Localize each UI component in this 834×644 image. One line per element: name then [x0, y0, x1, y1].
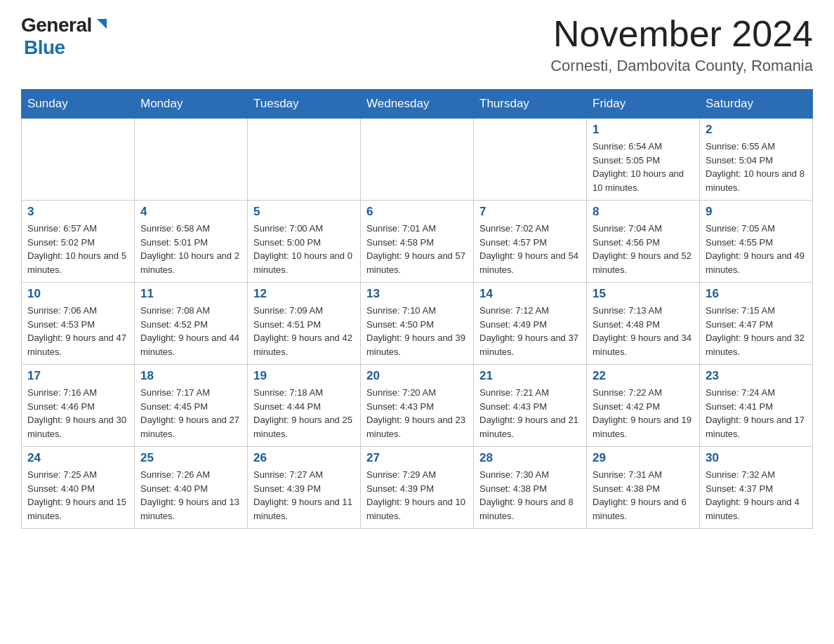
day-info: Sunrise: 7:20 AM Sunset: 4:43 PM Dayligh… [366, 386, 468, 441]
day-info: Sunrise: 7:01 AM Sunset: 4:58 PM Dayligh… [366, 222, 468, 276]
location-title: Cornesti, Dambovita County, Romania [550, 57, 813, 75]
calendar-cell: 17Sunrise: 7:16 AM Sunset: 4:46 PM Dayli… [22, 365, 135, 447]
header-row: SundayMondayTuesdayWednesdayThursdayFrid… [22, 90, 813, 119]
calendar-cell: 15Sunrise: 7:13 AM Sunset: 4:48 PM Dayli… [587, 283, 700, 365]
logo: General Blue [21, 14, 110, 59]
calendar-cell: 26Sunrise: 7:27 AM Sunset: 4:39 PM Dayli… [248, 447, 361, 529]
day-number: 30 [706, 451, 807, 465]
day-info: Sunrise: 7:21 AM Sunset: 4:43 PM Dayligh… [479, 386, 581, 441]
day-number: 27 [366, 451, 468, 465]
week-row: 1Sunrise: 6:54 AM Sunset: 5:05 PM Daylig… [22, 119, 813, 201]
week-row: 17Sunrise: 7:16 AM Sunset: 4:46 PM Dayli… [22, 365, 813, 447]
svg-marker-0 [97, 19, 107, 29]
day-number: 13 [366, 287, 468, 301]
week-row: 24Sunrise: 7:25 AM Sunset: 4:40 PM Dayli… [22, 447, 813, 529]
day-number: 16 [706, 287, 807, 301]
day-of-week-header: Thursday [474, 90, 587, 119]
calendar-cell: 20Sunrise: 7:20 AM Sunset: 4:43 PM Dayli… [361, 365, 474, 447]
day-number: 25 [140, 451, 241, 465]
calendar-cell: 2Sunrise: 6:55 AM Sunset: 5:04 PM Daylig… [700, 119, 813, 201]
day-number: 4 [140, 205, 241, 219]
day-number: 28 [479, 451, 581, 465]
calendar-cell [248, 119, 361, 201]
day-of-week-header: Friday [587, 90, 700, 119]
day-info: Sunrise: 7:26 AM Sunset: 4:40 PM Dayligh… [140, 468, 241, 523]
day-info: Sunrise: 7:13 AM Sunset: 4:48 PM Dayligh… [593, 304, 694, 358]
day-info: Sunrise: 7:16 AM Sunset: 4:46 PM Dayligh… [27, 386, 128, 441]
day-number: 5 [253, 205, 355, 219]
calendar-cell: 24Sunrise: 7:25 AM Sunset: 4:40 PM Dayli… [22, 447, 135, 529]
day-info: Sunrise: 7:08 AM Sunset: 4:52 PM Dayligh… [140, 304, 241, 358]
day-info: Sunrise: 7:18 AM Sunset: 4:44 PM Dayligh… [253, 386, 355, 441]
calendar-cell: 22Sunrise: 7:22 AM Sunset: 4:42 PM Dayli… [587, 365, 700, 447]
day-info: Sunrise: 7:27 AM Sunset: 4:39 PM Dayligh… [253, 468, 355, 523]
day-of-week-header: Monday [135, 90, 248, 119]
calendar-cell: 12Sunrise: 7:09 AM Sunset: 4:51 PM Dayli… [248, 283, 361, 365]
calendar-cell: 28Sunrise: 7:30 AM Sunset: 4:38 PM Dayli… [474, 447, 587, 529]
calendar-cell: 3Sunrise: 6:57 AM Sunset: 5:02 PM Daylig… [22, 201, 135, 283]
day-info: Sunrise: 7:15 AM Sunset: 4:47 PM Dayligh… [706, 304, 807, 358]
calendar-cell: 18Sunrise: 7:17 AM Sunset: 4:45 PM Dayli… [135, 365, 248, 447]
day-info: Sunrise: 7:32 AM Sunset: 4:37 PM Dayligh… [706, 468, 807, 523]
calendar-cell: 7Sunrise: 7:02 AM Sunset: 4:57 PM Daylig… [474, 201, 587, 283]
day-number: 8 [593, 205, 694, 219]
day-info: Sunrise: 7:02 AM Sunset: 4:57 PM Dayligh… [479, 222, 581, 276]
calendar-cell: 23Sunrise: 7:24 AM Sunset: 4:41 PM Dayli… [700, 365, 813, 447]
logo-general-text: General [21, 14, 92, 36]
calendar-cell [361, 119, 474, 201]
calendar-cell: 14Sunrise: 7:12 AM Sunset: 4:49 PM Dayli… [474, 283, 587, 365]
week-row: 10Sunrise: 7:06 AM Sunset: 4:53 PM Dayli… [22, 283, 813, 365]
calendar-cell: 27Sunrise: 7:29 AM Sunset: 4:39 PM Dayli… [361, 447, 474, 529]
day-info: Sunrise: 7:06 AM Sunset: 4:53 PM Dayligh… [27, 304, 128, 358]
calendar-cell: 4Sunrise: 6:58 AM Sunset: 5:01 PM Daylig… [135, 201, 248, 283]
day-info: Sunrise: 7:05 AM Sunset: 4:55 PM Dayligh… [706, 222, 807, 276]
week-row: 3Sunrise: 6:57 AM Sunset: 5:02 PM Daylig… [22, 201, 813, 283]
day-number: 24 [27, 451, 128, 465]
day-number: 11 [140, 287, 241, 301]
page-header: General Blue November 2024 Cornesti, Dam… [21, 14, 813, 75]
calendar-cell: 1Sunrise: 6:54 AM Sunset: 5:05 PM Daylig… [587, 119, 700, 201]
month-title: November 2024 [550, 14, 813, 54]
day-number: 23 [706, 369, 807, 383]
day-number: 14 [479, 287, 581, 301]
day-info: Sunrise: 7:29 AM Sunset: 4:39 PM Dayligh… [366, 468, 468, 523]
calendar-cell: 5Sunrise: 7:00 AM Sunset: 5:00 PM Daylig… [248, 201, 361, 283]
day-info: Sunrise: 6:58 AM Sunset: 5:01 PM Dayligh… [140, 222, 241, 276]
day-info: Sunrise: 7:31 AM Sunset: 4:38 PM Dayligh… [593, 468, 694, 523]
logo-icon [94, 16, 110, 32]
day-info: Sunrise: 6:54 AM Sunset: 5:05 PM Dayligh… [593, 140, 694, 194]
day-number: 12 [253, 287, 355, 301]
day-number: 9 [706, 205, 807, 219]
day-info: Sunrise: 7:10 AM Sunset: 4:50 PM Dayligh… [366, 304, 468, 358]
calendar-cell: 9Sunrise: 7:05 AM Sunset: 4:55 PM Daylig… [700, 201, 813, 283]
calendar-cell: 19Sunrise: 7:18 AM Sunset: 4:44 PM Dayli… [248, 365, 361, 447]
day-of-week-header: Saturday [700, 90, 813, 119]
calendar-cell: 11Sunrise: 7:08 AM Sunset: 4:52 PM Dayli… [135, 283, 248, 365]
calendar-table: SundayMondayTuesdayWednesdayThursdayFrid… [21, 89, 813, 529]
calendar-cell: 29Sunrise: 7:31 AM Sunset: 4:38 PM Dayli… [587, 447, 700, 529]
calendar-cell: 6Sunrise: 7:01 AM Sunset: 4:58 PM Daylig… [361, 201, 474, 283]
day-number: 20 [366, 369, 468, 383]
day-number: 19 [253, 369, 355, 383]
calendar-cell: 10Sunrise: 7:06 AM Sunset: 4:53 PM Dayli… [22, 283, 135, 365]
logo-blue-text: Blue [24, 36, 65, 59]
calendar-cell: 8Sunrise: 7:04 AM Sunset: 4:56 PM Daylig… [587, 201, 700, 283]
day-number: 22 [593, 369, 694, 383]
day-number: 17 [27, 369, 128, 383]
day-info: Sunrise: 6:57 AM Sunset: 5:02 PM Dayligh… [27, 222, 128, 276]
day-of-week-header: Tuesday [248, 90, 361, 119]
day-info: Sunrise: 6:55 AM Sunset: 5:04 PM Dayligh… [706, 140, 807, 194]
day-info: Sunrise: 7:22 AM Sunset: 4:42 PM Dayligh… [593, 386, 694, 441]
calendar-cell: 16Sunrise: 7:15 AM Sunset: 4:47 PM Dayli… [700, 283, 813, 365]
day-number: 7 [479, 205, 581, 219]
calendar-cell: 21Sunrise: 7:21 AM Sunset: 4:43 PM Dayli… [474, 365, 587, 447]
day-info: Sunrise: 7:17 AM Sunset: 4:45 PM Dayligh… [140, 386, 241, 441]
day-number: 26 [253, 451, 355, 465]
day-info: Sunrise: 7:12 AM Sunset: 4:49 PM Dayligh… [479, 304, 581, 358]
day-number: 6 [366, 205, 468, 219]
calendar-cell: 13Sunrise: 7:10 AM Sunset: 4:50 PM Dayli… [361, 283, 474, 365]
day-number: 29 [593, 451, 694, 465]
day-number: 10 [27, 287, 128, 301]
day-number: 2 [706, 123, 807, 137]
day-of-week-header: Wednesday [361, 90, 474, 119]
